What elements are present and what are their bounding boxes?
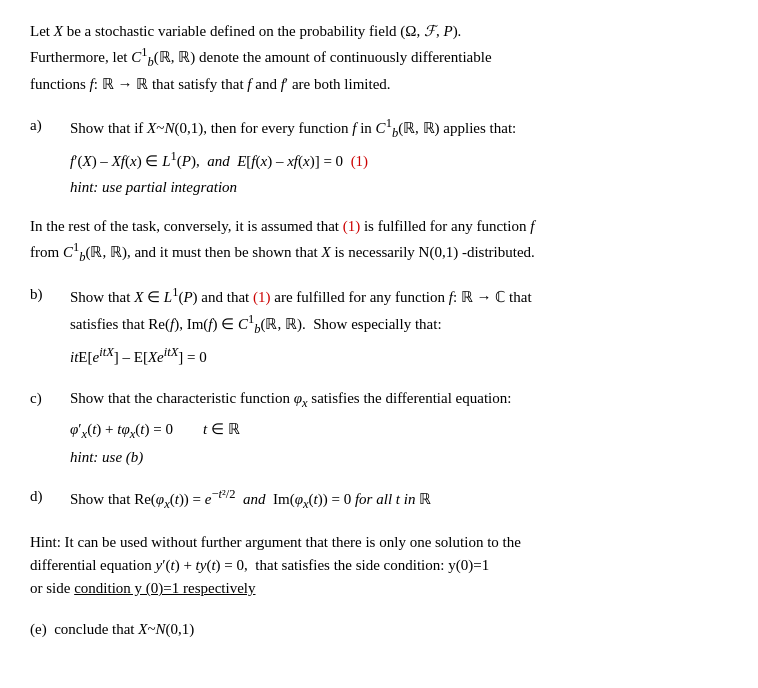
hint-d-paragraph: Hint: It can be used without further arg… — [30, 531, 728, 601]
problem-e: (e) conclude that X~N(0,1) — [30, 618, 728, 641]
intro-line2: Furthermore, let C1b(ℝ, ℝ) denote the am… — [30, 49, 492, 65]
interlude-line1: In the rest of the task, conversely, it … — [30, 218, 534, 234]
problem-c-formula: φ′x(t) + tφx(t) = 0 t ∈ ℝ — [70, 418, 728, 444]
interlude-paragraph: In the rest of the task, conversely, it … — [30, 215, 728, 268]
problem-a-content: Show that if X~N(0,1), then for every fu… — [70, 114, 728, 199]
hint-d-line1: Hint: It can be used without further arg… — [30, 534, 521, 550]
problem-d: d) Show that Re(φx(t)) = e−t²/2 and Im(φ… — [30, 485, 728, 514]
intro-line3: functions f: ℝ → ℝ that satisfy that f a… — [30, 76, 391, 92]
problem-b-content: Show that X ∈ L1(P) and that (1) are ful… — [70, 283, 728, 371]
hint-d-line3: or side condition y (0)=1 respectively — [30, 580, 256, 596]
problem-e-text: conclude that X~N(0,1) — [54, 621, 194, 637]
problem-a-formula: f′(X) – Xf(x) ∈ L1(P), and E[f(x) – xf(x… — [70, 147, 728, 173]
problem-c-hint: hint: use (b) — [70, 446, 728, 469]
main-content: Let X be a stochastic variable defined o… — [30, 20, 728, 641]
problem-b: b) Show that X ∈ L1(P) and that (1) are … — [30, 283, 728, 371]
problem-a-label: a) — [30, 114, 70, 137]
problem-b-formula: itE[eitX] – E[XeitX] = 0 — [70, 343, 728, 369]
problem-c: c) Show that the characteristic function… — [30, 387, 728, 469]
problem-e-label: (e) — [30, 621, 47, 637]
interlude-line2: from C1b(ℝ, ℝ), and it must then be show… — [30, 244, 535, 260]
problem-b-label: b) — [30, 283, 70, 306]
problem-a-hint: hint: use partial integration — [70, 176, 728, 199]
intro-line1: Let X be a stochastic variable defined o… — [30, 23, 461, 39]
hint-d-line2: differential equation y′(t) + ty(t) = 0,… — [30, 557, 489, 573]
problem-a-text1: Show that if X~N(0,1), then for every fu… — [70, 114, 728, 143]
problem-b-text2: satisfies that Re(f), Im(f) ∈ C1b(ℝ, ℝ).… — [70, 310, 728, 339]
problem-c-label: c) — [30, 387, 70, 410]
problem-d-label: d) — [30, 485, 70, 508]
problem-a: a) Show that if X~N(0,1), then for every… — [30, 114, 728, 199]
intro-paragraph: Let X be a stochastic variable defined o… — [30, 20, 728, 96]
problem-b-text1: Show that X ∈ L1(P) and that (1) are ful… — [70, 283, 728, 309]
problem-c-content: Show that the characteristic function φx… — [70, 387, 728, 469]
problem-d-content: Show that Re(φx(t)) = e−t²/2 and Im(φx(t… — [70, 485, 728, 514]
problem-c-text1: Show that the characteristic function φx… — [70, 387, 728, 413]
problem-d-text: Show that Re(φx(t)) = e−t²/2 and Im(φx(t… — [70, 485, 728, 514]
